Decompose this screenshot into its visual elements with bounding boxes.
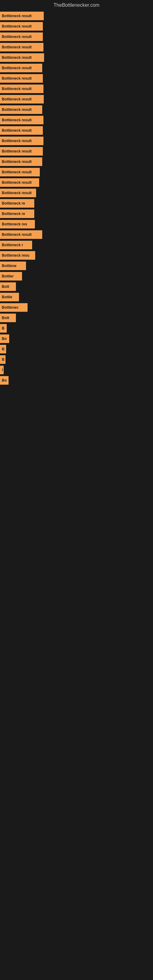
bar-label: Bo [2, 337, 7, 341]
bar-label: Bottlene [2, 264, 16, 268]
bar-label: Bottleneck result [2, 128, 32, 133]
bar-row: Bottle [0, 293, 153, 301]
bar-label: Bottleneck result [2, 56, 32, 60]
bar-row: Bo [0, 376, 153, 385]
bar-label: Bottleneck result [2, 24, 32, 29]
bar-label: Bottleneck result [2, 35, 32, 39]
bar-row: Bottler [0, 272, 153, 280]
bar-label: B [2, 357, 5, 362]
bottleneck-bar[interactable]: Bottleneck result [0, 53, 44, 62]
bottleneck-bar[interactable]: I [0, 366, 4, 374]
bottleneck-bar[interactable]: Bottleneck result [0, 22, 43, 30]
bar-label: Bottleneck res [2, 222, 27, 226]
bottleneck-bar[interactable]: Bottleneck result [0, 43, 43, 51]
bottleneck-bar[interactable]: Bottler [0, 272, 22, 280]
bottleneck-bar[interactable]: Bott [0, 313, 16, 322]
bar-label: Bottleneck result [2, 232, 32, 237]
bar-row: Bottleneck result [0, 53, 153, 62]
bar-row: Bottleneck result [0, 12, 153, 20]
bottleneck-bar[interactable]: Bottleneck result [0, 168, 40, 177]
bar-row: Bottleneck result [0, 230, 153, 239]
bar-label: Bott [2, 316, 9, 320]
bar-row: Bottleneck result [0, 116, 153, 124]
bar-label: Bottleneck re [2, 212, 25, 216]
bottleneck-bar[interactable]: Bott [0, 282, 16, 291]
bar-row: B [0, 355, 153, 364]
bar-row: Bottleneck re [0, 210, 153, 218]
bottleneck-bar[interactable]: Bottleneck result [0, 64, 42, 72]
bar-row: Bottleneck result [0, 84, 153, 93]
bar-row: Bottleneck result [0, 74, 153, 83]
bottleneck-bar[interactable]: Bottleneck result [0, 74, 43, 83]
bar-row: Bott [0, 313, 153, 322]
bottleneck-bar[interactable]: Bottleneck result [0, 137, 43, 145]
bottleneck-bar[interactable]: Bottleneck result [0, 189, 36, 197]
bar-row: Bottlene [0, 261, 153, 270]
bar-label: Bo [2, 378, 7, 382]
bottleneck-bar[interactable]: Bottleneck res [0, 220, 35, 229]
bar-label: Bottleneck result [2, 87, 32, 91]
bottleneck-bar[interactable]: Bottle [0, 293, 19, 301]
bar-label: Bottleneck result [2, 14, 32, 18]
bar-row: Bottleneck result [0, 168, 153, 177]
bar-label: Bottleneck result [2, 149, 32, 153]
bottleneck-bar[interactable]: Bottleneck result [0, 105, 42, 114]
bar-label: Bottleneck result [2, 118, 32, 122]
bar-row: Bottleneck res [0, 220, 153, 229]
bar-label: Bott [2, 285, 9, 289]
bottleneck-bar[interactable]: Bottleneck result [0, 230, 42, 239]
bottleneck-bar[interactable]: Bottlenec [0, 303, 27, 312]
bar-label: Bottleneck result [2, 170, 32, 174]
bar-label: Bottle [2, 295, 12, 299]
bottleneck-bar[interactable]: Bottleneck re [0, 199, 34, 208]
bar-label: B [2, 326, 5, 331]
bar-label: Bottleneck result [2, 139, 32, 143]
bottleneck-bar[interactable]: Bottleneck r [0, 241, 32, 249]
bar-label: Bottleneck result [2, 45, 32, 49]
bottleneck-bar[interactable]: B [0, 355, 5, 364]
bottleneck-bar[interactable]: B [0, 345, 6, 353]
bottleneck-bar[interactable]: Bottleneck result [0, 95, 44, 103]
site-title: TheBottlenecker.com [0, 0, 153, 12]
bar-row: Bottlenec [0, 303, 153, 312]
bottleneck-bar[interactable]: Bottleneck result [0, 84, 43, 93]
bar-row: Bottleneck result [0, 158, 153, 166]
bottleneck-bar[interactable]: Bottleneck result [0, 116, 43, 124]
bar-row: Bottleneck r [0, 241, 153, 249]
bottleneck-bar[interactable]: Bottleneck result [0, 178, 39, 187]
bottleneck-bar[interactable]: Bottlene [0, 261, 26, 270]
bar-row: Bottleneck resu [0, 251, 153, 260]
bar-label: Bottleneck result [2, 97, 32, 101]
bar-row: Bottleneck result [0, 147, 153, 156]
bar-row: I [0, 366, 153, 374]
bar-row: Bottleneck result [0, 32, 153, 41]
bar-row: Bottleneck result [0, 137, 153, 145]
bottleneck-bar[interactable]: Bottleneck result [0, 158, 42, 166]
bar-label: Bottlenec [2, 305, 19, 310]
bar-row: B [0, 345, 153, 353]
bar-row: Bottleneck result [0, 22, 153, 30]
bars-container: Bottleneck resultBottleneck resultBottle… [0, 12, 153, 393]
bottleneck-bar[interactable]: Bo [0, 334, 9, 343]
bottleneck-bar[interactable]: Bottleneck result [0, 12, 44, 20]
bottleneck-bar[interactable]: Bottleneck result [0, 126, 43, 135]
bar-label: Bottleneck re [2, 201, 25, 205]
bar-row: Bottleneck result [0, 64, 153, 72]
bottleneck-bar[interactable]: Bottleneck resu [0, 251, 35, 260]
bar-row: Bottleneck result [0, 178, 153, 187]
bar-row: B [0, 324, 153, 332]
bar-label: B [2, 347, 5, 351]
bar-label: Bottleneck result [2, 66, 32, 70]
bottleneck-bar[interactable]: B [0, 324, 7, 332]
bar-row: Bottleneck result [0, 105, 153, 114]
bar-row: Bo [0, 334, 153, 343]
bottleneck-bar[interactable]: Bo [0, 376, 9, 385]
bar-label: Bottleneck result [2, 191, 32, 195]
bottleneck-bar[interactable]: Bottleneck re [0, 210, 34, 218]
bar-row: Bottleneck re [0, 199, 153, 208]
bar-row: Bottleneck result [0, 126, 153, 135]
bar-label: Bottleneck r [2, 243, 23, 247]
bottleneck-bar[interactable]: Bottleneck result [0, 147, 43, 156]
bar-row: Bottleneck result [0, 189, 153, 197]
bottleneck-bar[interactable]: Bottleneck result [0, 32, 43, 41]
